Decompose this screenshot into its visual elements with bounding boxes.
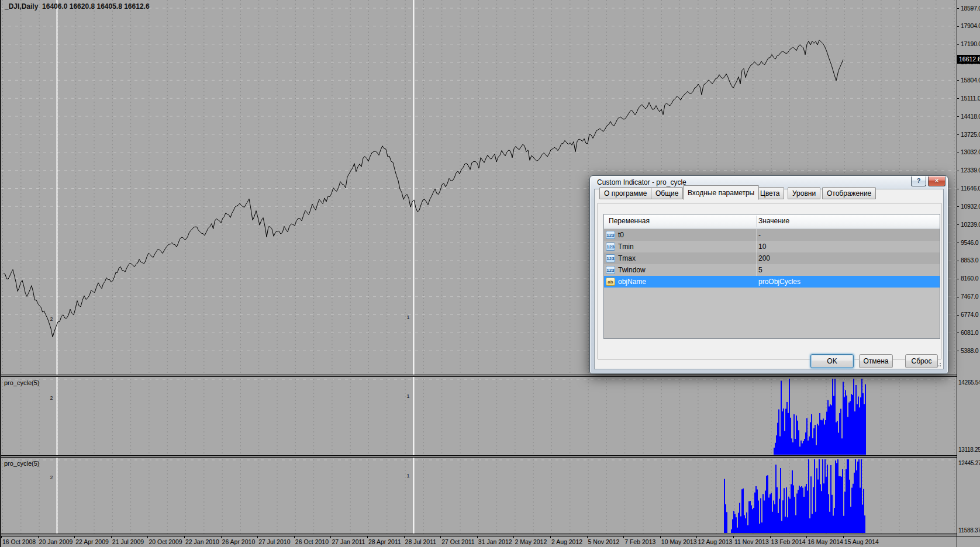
date-axis-tick	[184, 536, 185, 538]
date-axis-label[interactable]: 12 Aug 2013	[698, 538, 732, 545]
date-axis-tick	[1, 536, 2, 538]
price-axis-tick	[957, 297, 959, 297]
date-axis-label[interactable]: 27 Jul 2010	[258, 538, 290, 545]
date-axis-tick	[587, 536, 588, 538]
price-axis-tick	[957, 351, 959, 351]
date-axis-label[interactable]: 26 Oct 2010	[295, 538, 329, 545]
price-axis-tick	[957, 279, 959, 279]
ohlc-values: 16406.0 16620.8 16405.8 16612.6	[42, 2, 150, 11]
symbol-name: _DJI,Daily	[5, 2, 38, 11]
date-axis-tick	[404, 536, 405, 538]
date-axis-label[interactable]: 2 May 2012	[515, 538, 547, 545]
pane-splitter[interactable]	[1, 375, 957, 377]
date-axis-label[interactable]: 22 Apr 2009	[75, 538, 109, 545]
date-axis-tick	[294, 536, 295, 538]
pane-max-value: 14265.54	[958, 379, 980, 386]
pane-max-value: 12445.27	[958, 460, 980, 466]
numeric-param-icon: 123	[606, 266, 615, 274]
price-axis-label: 14418.0	[961, 113, 980, 120]
chart-title: _DJI,Daily 16406.0 16620.8 16405.8 16612…	[5, 2, 150, 11]
price-axis-tick	[957, 189, 959, 189]
tab-visualization[interactable]: Отображение	[822, 187, 876, 199]
vline-marker-label: 1	[407, 473, 410, 479]
inputs-tab-page: Переменная Значение 123 t0 - 123 Tmin	[598, 203, 941, 359]
parameters-table: Переменная Значение 123 t0 - 123 Tmin	[603, 214, 940, 339]
dialog-title: Custom Indicator - pro_cycle	[597, 178, 686, 186]
ok-button[interactable]: OK	[810, 354, 854, 368]
date-axis-label[interactable]: 16 May 2014	[808, 538, 843, 545]
date-axis-label[interactable]: 10 May 2013	[661, 538, 697, 545]
price-axis-tick	[957, 224, 959, 225]
price-axis-label: 8853.0	[961, 257, 980, 264]
date-axis-tick	[733, 536, 734, 538]
date-axis-tick	[38, 536, 39, 538]
tab-common[interactable]: Общие	[651, 187, 683, 199]
price-axis-label: 12339.0	[961, 167, 980, 174]
vline-marker-label: 2	[50, 395, 53, 401]
string-param-icon: ab	[606, 278, 615, 286]
date-axis-tick	[843, 536, 844, 538]
date-axis-label[interactable]: 27 Oct 2011	[441, 538, 474, 545]
date-axis-label[interactable]: 15 Aug 2014	[844, 538, 879, 545]
indicator-pane-label: pro_cycle(5)	[4, 460, 40, 467]
date-axis-label[interactable]: 22 Jan 2010	[185, 538, 219, 545]
tab-levels[interactable]: Уровни	[788, 187, 820, 199]
date-axis-label[interactable]: 28 Apr 2011	[368, 538, 401, 545]
pane-splitter[interactable]	[1, 534, 957, 535]
price-axis-label: 13725.0	[961, 131, 980, 138]
tab-about[interactable]: О программе	[599, 187, 651, 199]
param-row-objname[interactable]: ab objName proObjCycles	[604, 276, 940, 288]
close-icon[interactable]: ✕	[928, 176, 946, 186]
param-row-tmax[interactable]: 123 Tmax 200	[604, 252, 940, 264]
column-header-value: Значение	[758, 217, 789, 225]
price-axis-tick	[957, 98, 959, 99]
help-button[interactable]: ?	[911, 176, 926, 186]
param-row-twindow[interactable]: 123 Twindow 5	[604, 264, 940, 276]
date-axis-label[interactable]: 20 Oct 2009	[149, 538, 182, 545]
date-axis-tick	[477, 536, 478, 538]
price-axis-label: 8160.0	[961, 275, 980, 282]
date-axis-label[interactable]: 20 Jan 2009	[39, 538, 73, 545]
date-axis-label[interactable]: 26 Apr 2010	[222, 538, 256, 545]
param-row-t0[interactable]: 123 t0 -	[604, 229, 940, 241]
vline-marker-label: 1	[407, 314, 410, 320]
numeric-param-icon: 123	[606, 243, 615, 251]
vline-marker-label: 2	[50, 316, 53, 322]
price-axis-tick	[957, 44, 959, 45]
date-axis-label[interactable]: 27 Jan 2011	[332, 538, 365, 545]
date-axis-label[interactable]: 21 Jul 2009	[112, 538, 144, 545]
param-row-tmin[interactable]: 123 Tmin 10	[604, 241, 940, 252]
date-axis-label[interactable]: 2 Aug 2012	[551, 538, 582, 545]
tab-colors[interactable]: Цвета	[755, 187, 784, 199]
date-axis-label[interactable]: 31 Jan 2012	[478, 538, 512, 545]
price-axis-label: 15804.0	[961, 77, 980, 84]
column-header-variable: Переменная	[609, 217, 650, 225]
price-axis-label: 6081.0	[961, 329, 980, 336]
date-axis-label[interactable]: 28 Jul 2011	[405, 538, 437, 545]
reset-button[interactable]: Сброс	[905, 354, 938, 368]
date-axis-tick	[806, 536, 807, 538]
price-axis-label: 7467.0	[961, 293, 980, 300]
price-axis-label: 10932.0	[961, 203, 980, 210]
price-axis-tick	[957, 116, 959, 117]
date-axis-label[interactable]: 13 Feb 2014	[771, 538, 806, 545]
price-axis-tick	[957, 333, 959, 333]
price-axis-label: 11646.0	[961, 185, 980, 192]
price-axis-tick	[957, 8, 959, 9]
date-axis-label[interactable]: 11 Nov 2013	[734, 538, 769, 545]
date-axis-label[interactable]: 5 Nov 2012	[588, 538, 620, 545]
date-axis-tick	[74, 536, 75, 538]
cancel-button[interactable]: Отмена	[859, 354, 893, 368]
date-axis-label[interactable]: 7 Feb 2013	[624, 538, 655, 545]
date-axis-tick	[367, 536, 368, 538]
date-axis-tick	[770, 536, 771, 538]
date-axis-label[interactable]: 16 Oct 2008	[2, 538, 36, 545]
resize-grip[interactable]	[936, 361, 941, 367]
numeric-param-icon: 123	[606, 254, 615, 262]
mt4-chart-window: _DJI,Daily 16406.0 16620.8 16405.8 16612…	[0, 0, 980, 547]
date-axis-tick	[147, 536, 148, 538]
price-axis-label: 13032.0	[961, 148, 980, 155]
tab-inputs[interactable]: Входные параметры	[683, 185, 759, 200]
pane-splitter[interactable]	[1, 455, 957, 458]
column-divider	[756, 216, 757, 227]
